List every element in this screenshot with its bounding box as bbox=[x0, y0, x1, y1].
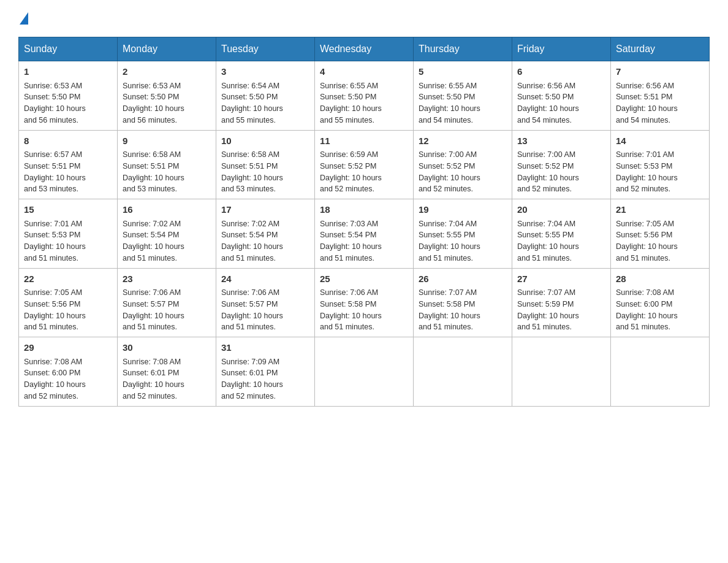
calendar-cell: 23Sunrise: 7:06 AMSunset: 5:57 PMDayligh… bbox=[118, 268, 216, 337]
daylight-label: Daylight: 10 hours and 54 minutes. bbox=[616, 104, 678, 124]
weekday-header-sunday: Sunday bbox=[19, 37, 118, 61]
sunset-label: Sunset: 5:56 PM bbox=[24, 300, 80, 308]
sunset-label: Sunset: 5:53 PM bbox=[24, 231, 80, 239]
daylight-label: Daylight: 10 hours and 56 minutes. bbox=[123, 104, 184, 124]
weekday-header-wednesday: Wednesday bbox=[315, 37, 414, 61]
calendar-cell: 15Sunrise: 7:01 AMSunset: 5:53 PMDayligh… bbox=[19, 199, 118, 269]
calendar-cell: 31Sunrise: 7:09 AMSunset: 6:01 PMDayligh… bbox=[216, 337, 315, 407]
sunrise-label: Sunrise: 6:55 AM bbox=[419, 82, 477, 90]
daylight-label: Daylight: 10 hours and 51 minutes. bbox=[320, 312, 382, 332]
day-number: 3 bbox=[221, 65, 309, 79]
calendar-cell: 28Sunrise: 7:08 AMSunset: 6:00 PMDayligh… bbox=[611, 268, 710, 337]
sunrise-label: Sunrise: 6:56 AM bbox=[616, 82, 674, 90]
daylight-label: Daylight: 10 hours and 51 minutes. bbox=[221, 242, 283, 262]
sunrise-label: Sunrise: 6:54 AM bbox=[221, 82, 279, 90]
calendar-cell: 7Sunrise: 6:56 AMSunset: 5:51 PMDaylight… bbox=[611, 61, 710, 131]
calendar-cell: 14Sunrise: 7:01 AMSunset: 5:53 PMDayligh… bbox=[611, 130, 710, 199]
calendar-cell: 4Sunrise: 6:55 AMSunset: 5:50 PMDaylight… bbox=[315, 61, 414, 131]
calendar-cell: 13Sunrise: 7:00 AMSunset: 5:52 PMDayligh… bbox=[512, 130, 611, 199]
day-number: 1 bbox=[24, 65, 112, 79]
daylight-label: Daylight: 10 hours and 52 minutes. bbox=[517, 174, 579, 194]
daylight-label: Daylight: 10 hours and 51 minutes. bbox=[419, 312, 480, 332]
sunrise-label: Sunrise: 7:04 AM bbox=[419, 220, 477, 228]
calendar-cell: 27Sunrise: 7:07 AMSunset: 5:59 PMDayligh… bbox=[512, 268, 611, 337]
daylight-label: Daylight: 10 hours and 52 minutes. bbox=[616, 174, 678, 194]
weekday-header-monday: Monday bbox=[118, 37, 216, 61]
day-number: 17 bbox=[221, 203, 309, 217]
sunset-label: Sunset: 5:50 PM bbox=[320, 93, 376, 101]
calendar-cell: 3Sunrise: 6:54 AMSunset: 5:50 PMDaylight… bbox=[216, 61, 315, 131]
calendar-cell: 19Sunrise: 7:04 AMSunset: 5:55 PMDayligh… bbox=[414, 199, 512, 269]
day-number: 25 bbox=[320, 272, 408, 286]
daylight-label: Daylight: 10 hours and 53 minutes. bbox=[221, 174, 283, 194]
daylight-label: Daylight: 10 hours and 51 minutes. bbox=[517, 312, 579, 332]
sunset-label: Sunset: 5:50 PM bbox=[123, 93, 179, 101]
sunrise-label: Sunrise: 7:02 AM bbox=[221, 220, 279, 228]
day-number: 30 bbox=[123, 341, 211, 355]
day-number: 27 bbox=[517, 272, 605, 286]
day-number: 13 bbox=[517, 134, 605, 148]
daylight-label: Daylight: 10 hours and 51 minutes. bbox=[320, 242, 382, 262]
calendar-cell: 11Sunrise: 6:59 AMSunset: 5:52 PMDayligh… bbox=[315, 130, 414, 199]
daylight-label: Daylight: 10 hours and 53 minutes. bbox=[123, 174, 184, 194]
sunset-label: Sunset: 5:54 PM bbox=[221, 231, 278, 239]
sunset-label: Sunset: 5:51 PM bbox=[616, 93, 672, 101]
sunrise-label: Sunrise: 7:02 AM bbox=[123, 220, 181, 228]
daylight-label: Daylight: 10 hours and 52 minutes. bbox=[221, 380, 283, 400]
day-number: 14 bbox=[616, 134, 704, 148]
calendar-cell: 18Sunrise: 7:03 AMSunset: 5:54 PMDayligh… bbox=[315, 199, 414, 269]
calendar-cell: 1Sunrise: 6:53 AMSunset: 5:50 PMDaylight… bbox=[19, 61, 118, 131]
sunset-label: Sunset: 5:51 PM bbox=[24, 162, 80, 170]
daylight-label: Daylight: 10 hours and 54 minutes. bbox=[517, 104, 579, 124]
calendar-cell: 30Sunrise: 7:08 AMSunset: 6:01 PMDayligh… bbox=[118, 337, 216, 407]
sunrise-label: Sunrise: 6:57 AM bbox=[24, 150, 82, 159]
day-number: 24 bbox=[221, 272, 309, 286]
sunrise-label: Sunrise: 7:00 AM bbox=[517, 150, 575, 159]
day-number: 28 bbox=[616, 272, 704, 286]
day-number: 15 bbox=[24, 203, 112, 217]
daylight-label: Daylight: 10 hours and 51 minutes. bbox=[123, 242, 184, 262]
calendar-cell: 6Sunrise: 6:56 AMSunset: 5:50 PMDaylight… bbox=[512, 61, 611, 131]
sunset-label: Sunset: 5:50 PM bbox=[24, 93, 80, 101]
calendar-cell bbox=[611, 337, 710, 407]
calendar-cell: 2Sunrise: 6:53 AMSunset: 5:50 PMDaylight… bbox=[118, 61, 216, 131]
sunrise-label: Sunrise: 6:53 AM bbox=[123, 82, 181, 90]
sunset-label: Sunset: 6:00 PM bbox=[616, 300, 672, 308]
sunset-label: Sunset: 5:55 PM bbox=[517, 231, 574, 239]
day-number: 19 bbox=[419, 203, 507, 217]
sunrise-label: Sunrise: 7:06 AM bbox=[320, 288, 378, 297]
calendar-cell: 26Sunrise: 7:07 AMSunset: 5:58 PMDayligh… bbox=[414, 268, 512, 337]
day-number: 26 bbox=[419, 272, 507, 286]
sunrise-label: Sunrise: 7:05 AM bbox=[616, 220, 674, 228]
sunrise-label: Sunrise: 7:05 AM bbox=[24, 288, 82, 297]
sunset-label: Sunset: 5:57 PM bbox=[123, 300, 179, 308]
week-row-1: 1Sunrise: 6:53 AMSunset: 5:50 PMDaylight… bbox=[19, 61, 710, 131]
page-header bbox=[18, 12, 710, 25]
weekday-header-friday: Friday bbox=[512, 37, 611, 61]
sunrise-label: Sunrise: 7:00 AM bbox=[419, 150, 477, 159]
sunset-label: Sunset: 5:59 PM bbox=[517, 300, 574, 308]
sunrise-label: Sunrise: 7:08 AM bbox=[616, 288, 674, 297]
calendar-cell: 16Sunrise: 7:02 AMSunset: 5:54 PMDayligh… bbox=[118, 199, 216, 269]
calendar-cell: 29Sunrise: 7:08 AMSunset: 6:00 PMDayligh… bbox=[19, 337, 118, 407]
day-number: 4 bbox=[320, 65, 408, 79]
daylight-label: Daylight: 10 hours and 51 minutes. bbox=[123, 312, 184, 332]
day-number: 2 bbox=[123, 65, 211, 79]
sunrise-label: Sunrise: 6:53 AM bbox=[24, 82, 82, 90]
sunset-label: Sunset: 5:58 PM bbox=[320, 300, 376, 308]
daylight-label: Daylight: 10 hours and 52 minutes. bbox=[419, 174, 480, 194]
sunrise-label: Sunrise: 6:59 AM bbox=[320, 150, 378, 159]
sunset-label: Sunset: 5:54 PM bbox=[320, 231, 376, 239]
sunset-label: Sunset: 5:51 PM bbox=[123, 162, 179, 170]
daylight-label: Daylight: 10 hours and 51 minutes. bbox=[616, 312, 678, 332]
sunrise-label: Sunrise: 7:06 AM bbox=[123, 288, 181, 297]
sunrise-label: Sunrise: 6:58 AM bbox=[123, 150, 181, 159]
calendar-cell: 17Sunrise: 7:02 AMSunset: 5:54 PMDayligh… bbox=[216, 199, 315, 269]
sunrise-label: Sunrise: 6:55 AM bbox=[320, 82, 378, 90]
calendar-cell: 9Sunrise: 6:58 AMSunset: 5:51 PMDaylight… bbox=[118, 130, 216, 199]
weekday-header-saturday: Saturday bbox=[611, 37, 710, 61]
sunrise-label: Sunrise: 7:06 AM bbox=[221, 288, 279, 297]
day-number: 23 bbox=[123, 272, 211, 286]
day-number: 6 bbox=[517, 65, 605, 79]
day-number: 31 bbox=[221, 341, 309, 355]
